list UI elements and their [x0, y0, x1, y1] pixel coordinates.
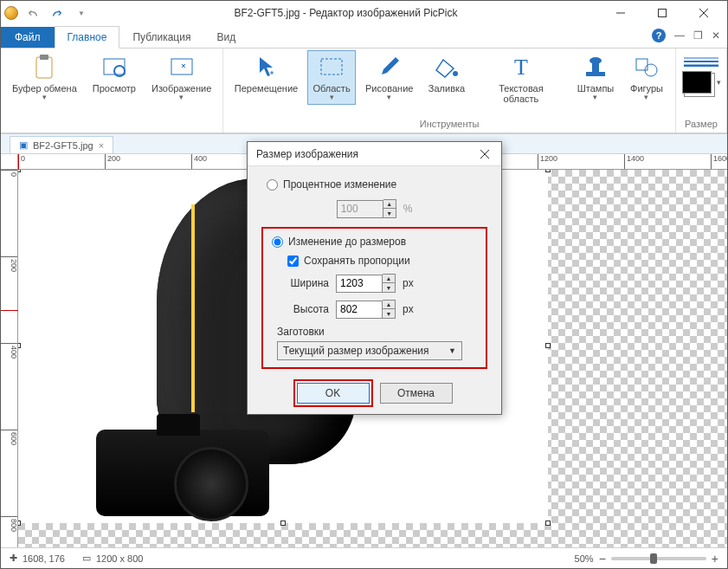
tab-publish[interactable]: Публикация [119, 26, 203, 48]
ribbon-close-icon[interactable]: ✕ [712, 29, 720, 42]
ribbon-restore-icon[interactable]: ❐ [693, 29, 703, 42]
highlighted-section: Изменение до размеров Сохранять пропорци… [261, 227, 487, 369]
width-unit: px [403, 277, 414, 289]
brush-icon [376, 54, 403, 81]
text-tool[interactable]: T Текстовая область [474, 50, 568, 107]
group-size-label: Размер [685, 117, 718, 131]
svg-rect-3 [40, 55, 48, 60]
tab-file[interactable]: Файл [1, 27, 55, 48]
clipboard-icon [30, 54, 58, 81]
image-button[interactable]: Изображение▾ [145, 50, 217, 105]
fill-tool[interactable]: Заливка [422, 50, 471, 96]
svg-rect-6 [171, 59, 192, 74]
zoom-value: 50% [575, 553, 594, 564]
checkbox-keep-ratio[interactable] [287, 255, 299, 267]
preview-button[interactable]: Просмотр [87, 50, 142, 96]
width-spinner[interactable]: ▲▼ [383, 274, 396, 293]
svg-rect-1 [659, 10, 667, 17]
ribbon: Файл Главное Публикация Вид ? — ❐ ✕ Буфе… [1, 25, 727, 133]
chevron-down-icon: ▼ [448, 346, 456, 355]
text-icon: T [507, 54, 535, 81]
height-label: Высота [277, 303, 329, 315]
percent-unit: % [403, 203, 413, 215]
window-title: BF2-GFT5.jpg - Редактор изображений PicP… [98, 7, 594, 19]
stamp-icon [582, 54, 609, 81]
cancel-button[interactable]: Отмена [380, 383, 453, 404]
svg-rect-7 [321, 59, 342, 74]
dims-icon: ▭ [82, 553, 91, 564]
image-icon [168, 54, 196, 81]
percent-spinner: ▲▼ [383, 199, 396, 218]
radio-dimensions[interactable] [272, 236, 283, 248]
document-tab[interactable]: ▣ BF2-GFT5.jpg × [10, 136, 113, 153]
marquee-icon [318, 54, 345, 81]
ruler-marker-v [1, 310, 18, 311]
resize-dialog: Размер изображения Процентное изменение … [247, 141, 502, 415]
preview-icon [100, 54, 128, 81]
radio-percent-label: Процентное изменение [283, 178, 396, 191]
qat-dropdown[interactable]: ▼ [72, 3, 91, 23]
app-icon [4, 6, 18, 20]
image-dims: 1200 x 800 [96, 553, 143, 564]
radio-percent[interactable] [267, 179, 278, 191]
zoom-out-button[interactable]: − [599, 552, 606, 566]
radio-dimensions-label: Изменение до размеров [288, 236, 406, 248]
help-icon[interactable]: ? [652, 29, 666, 42]
maximize-button[interactable] [642, 1, 682, 25]
ok-button[interactable]: OK [297, 383, 370, 404]
presets-value: Текущий размер изображения [283, 345, 428, 357]
tab-home[interactable]: Главное [55, 26, 120, 48]
svg-point-8 [453, 71, 458, 76]
dialog-close-button[interactable] [474, 145, 496, 163]
stamps-tool[interactable]: Штампы▾ [571, 50, 620, 105]
file-icon: ▣ [19, 139, 28, 151]
height-input[interactable] [336, 301, 383, 319]
cursor-pos: 1608, 176 [23, 553, 65, 564]
move-tool[interactable]: Перемещение [229, 50, 303, 96]
select-tool[interactable]: Область▾ [307, 50, 357, 105]
zoom-in-button[interactable]: + [712, 552, 718, 566]
tab-view[interactable]: Вид [203, 26, 248, 48]
dialog-title: Размер изображения [256, 148, 358, 160]
ruler-marker-h [18, 154, 19, 170]
percent-input [337, 200, 383, 218]
svg-point-11 [589, 57, 602, 64]
cursor-pos-icon: ✚ [10, 553, 17, 564]
document-tab-name: BF2-GFT5.jpg [33, 140, 93, 151]
width-input[interactable] [336, 275, 383, 293]
close-tab-icon[interactable]: × [99, 140, 104, 151]
statusbar: ✚ 1608, 176 ▭ 1200 x 800 50% − + [1, 547, 727, 568]
height-spinner[interactable]: ▲▼ [383, 300, 396, 319]
titlebar: ▼ BF2-GFT5.jpg - Редактор изображений Pi… [1, 1, 727, 25]
color-swatch[interactable] [682, 71, 712, 94]
redo-button[interactable] [48, 3, 67, 23]
line-width-button[interactable] [681, 54, 721, 69]
svg-rect-2 [36, 57, 52, 78]
ruler-corner [1, 154, 18, 170]
svg-rect-12 [636, 59, 647, 70]
close-button[interactable] [684, 1, 724, 25]
ribbon-tabs: Файл Главное Публикация Вид ? — ❐ ✕ [1, 25, 727, 48]
ribbon-minimize-icon[interactable]: — [674, 29, 685, 42]
clipboard-button[interactable]: Буфер обмена▾ [6, 50, 83, 105]
shapes-icon [633, 54, 660, 81]
dialog-titlebar[interactable]: Размер изображения [248, 142, 501, 166]
color-dropdown[interactable]: ▾ [717, 78, 721, 87]
width-label: Ширина [277, 277, 329, 289]
group-tools-label: Инструменты [420, 117, 480, 131]
presets-label: Заготовки [277, 326, 477, 338]
keep-ratio-label: Сохранять пропорции [304, 255, 410, 267]
app-window: ▼ BF2-GFT5.jpg - Редактор изображений Pi… [0, 0, 728, 569]
height-unit: px [403, 303, 414, 315]
minimize-button[interactable] [601, 1, 641, 25]
draw-tool[interactable]: Рисование▾ [359, 50, 419, 105]
ruler-vertical: 0200400600800 [1, 170, 18, 547]
cursor-icon [253, 54, 280, 81]
svg-rect-9 [586, 72, 605, 76]
presets-combo[interactable]: Текущий размер изображения ▼ [277, 341, 462, 360]
bucket-icon [433, 54, 461, 81]
shapes-tool[interactable]: Фигуры▾ [623, 50, 670, 105]
zoom-slider[interactable] [611, 557, 706, 560]
undo-button[interactable] [23, 3, 42, 23]
